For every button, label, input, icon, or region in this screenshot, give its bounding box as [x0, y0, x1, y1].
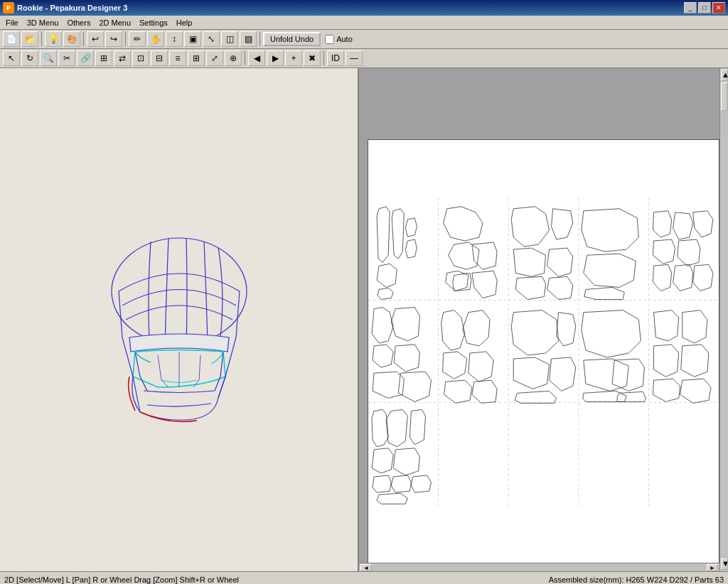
vertical-scrollbar[interactable]: ▲ ▼: [719, 68, 728, 571]
menu-others[interactable]: Others: [63, 18, 95, 28]
redo-button[interactable]: ↪: [105, 31, 122, 47]
fold-mark-button[interactable]: —: [346, 50, 363, 66]
undo-button[interactable]: ↩: [87, 31, 104, 47]
menu-file[interactable]: File: [1, 18, 23, 28]
open-button[interactable]: 📂: [21, 31, 38, 47]
status-right: Assembled size(mm): H265 W224 D292 / Par…: [549, 575, 724, 584]
2d-header-area: [359, 68, 728, 139]
view-3d[interactable]: [0, 68, 359, 571]
scroll-right-button[interactable]: ►: [707, 564, 718, 571]
helmet-3d-view: [58, 199, 300, 440]
svg-point-0: [112, 238, 247, 345]
title-bar: P Rookie - Pepakura Designer 3 _ □ ✕: [0, 0, 728, 16]
scroll-up-button[interactable]: ▲: [721, 70, 727, 81]
scroll-down-button[interactable]: ▼: [721, 558, 727, 570]
view-2d[interactable]: ▲ ▼ ◄ ►: [359, 68, 728, 571]
separator5: [245, 51, 245, 65]
status-left: 2D [Select/Move] L [Pan] R or Wheel Drag…: [4, 575, 239, 584]
separator3: [125, 32, 126, 46]
fold-button[interactable]: ⤡: [203, 31, 220, 47]
edge-id-button[interactable]: ID: [327, 50, 344, 66]
move-button[interactable]: ↕: [166, 31, 183, 47]
separator4: [259, 32, 260, 46]
zoom-button[interactable]: 🔍: [40, 50, 57, 66]
snap-button[interactable]: ⊕: [225, 50, 242, 66]
horizontal-scrollbar[interactable]: ◄ ►: [359, 563, 719, 571]
menu-settings[interactable]: Settings: [135, 18, 172, 28]
separator6: [323, 51, 324, 65]
new-button[interactable]: 📄: [3, 31, 20, 47]
auto-checkbox-container: Auto: [325, 35, 353, 44]
view2d-button[interactable]: ▨: [240, 31, 257, 47]
flip-button[interactable]: ⇄: [114, 50, 131, 66]
auto-checkbox[interactable]: [325, 35, 334, 44]
scale-button[interactable]: ⤢: [206, 50, 223, 66]
app-icon: P: [3, 2, 14, 13]
next-page-button[interactable]: ▶: [267, 50, 284, 66]
select-button[interactable]: ▣: [184, 31, 201, 47]
add-page-button[interactable]: +: [285, 50, 302, 66]
view3d-button[interactable]: ◫: [221, 31, 238, 47]
join-button[interactable]: 🔗: [77, 50, 94, 66]
group-button[interactable]: ⊡: [132, 50, 149, 66]
scroll-thumb[interactable]: [721, 82, 727, 111]
maximize-button[interactable]: □: [698, 2, 711, 13]
toolbar-row2: ↖ ↻ 🔍 ✂ 🔗 ⊞ ⇄ ⊡ ⊟ ≡ ⊞ ⤢ ⊕ ◀ ▶ + ✖ ID —: [0, 49, 728, 68]
title-bar-title: Rookie - Pepakura Designer 3: [17, 4, 127, 12]
main-content: ▲ ▼ ◄ ►: [0, 68, 728, 571]
color-button[interactable]: 🎨: [63, 31, 80, 47]
close-button[interactable]: ✕: [712, 2, 725, 13]
select2-button[interactable]: ↖: [3, 50, 20, 66]
pattern-pieces-svg: [368, 140, 719, 563]
pen-button[interactable]: ✏: [129, 31, 146, 47]
menu-3dmenu[interactable]: 3D Menu: [23, 18, 63, 28]
dist-button[interactable]: ⊞: [188, 50, 205, 66]
light-button[interactable]: 💡: [45, 31, 62, 47]
del-page-button[interactable]: ✖: [304, 50, 321, 66]
title-bar-left: P Rookie - Pepakura Designer 3: [3, 2, 127, 13]
ungroup-button[interactable]: ⊟: [151, 50, 168, 66]
menu-help[interactable]: Help: [172, 18, 197, 28]
title-bar-controls[interactable]: _ □ ✕: [684, 2, 725, 13]
scroll-left-button[interactable]: ◄: [360, 564, 372, 571]
auto-label: Auto: [336, 35, 353, 43]
prev-page-button[interactable]: ◀: [248, 50, 265, 66]
status-bar: 2D [Select/Move] L [Pan] R or Wheel Drag…: [0, 571, 728, 584]
separator: [41, 32, 42, 46]
cut-button[interactable]: ✂: [58, 50, 75, 66]
minimize-button[interactable]: _: [684, 2, 697, 13]
menu-bar: File 3D Menu Others 2D Menu Settings Hel…: [0, 16, 728, 30]
align-button[interactable]: ≡: [169, 50, 186, 66]
hand-button[interactable]: ✋: [147, 31, 164, 47]
toolbar-row1: 📄 📂 💡 🎨 ↩ ↪ ✏ ✋ ↕ ▣ ⤡ ◫ ▨ Unfold Undo Au…: [0, 30, 728, 49]
unfold-undo-button[interactable]: Unfold Undo: [263, 32, 321, 46]
separator2: [83, 32, 84, 46]
rotate-button[interactable]: ↻: [21, 50, 38, 66]
split-button[interactable]: ⊞: [95, 50, 112, 66]
menu-2dmenu[interactable]: 2D Menu: [95, 18, 135, 28]
paper-area: [368, 139, 719, 564]
